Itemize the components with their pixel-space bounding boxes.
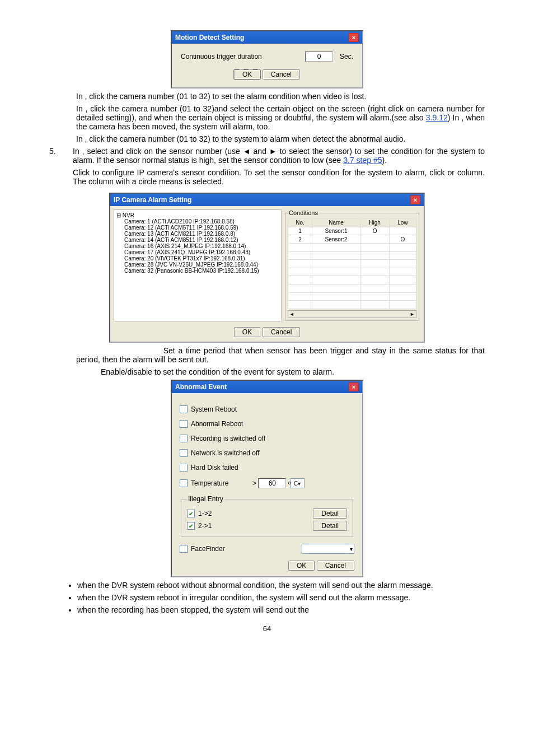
checkbox-temperature[interactable] xyxy=(180,479,188,487)
bullet-recording-off: when the recording has been stopped, the… xyxy=(77,605,485,614)
tree-item[interactable]: Camera: 20 (VIVOTEK PT31x7 IP:192.168.0.… xyxy=(124,255,279,262)
detail-button[interactable]: Detail xyxy=(313,508,347,519)
para-trigger-duration: Set a time period that when sensor has b… xyxy=(76,346,485,364)
para-video-lost: In , click the camera number (01 to 32) … xyxy=(76,92,485,101)
tree-item[interactable]: Camera: 32 (Panasonic BB-HCM403 IP:192.1… xyxy=(124,268,279,274)
label-recording-off: Recording is switched off xyxy=(191,435,265,442)
label-hdd-fail: Hard Disk failed xyxy=(191,464,238,472)
cancel-button[interactable]: Cancel xyxy=(263,69,300,80)
label-temperature: Temperature xyxy=(191,479,252,487)
tree-item[interactable]: Camera: 16 (AXIS 214_MJPEG IP:192.168.0.… xyxy=(124,243,279,249)
para-abnormal-event: Enable/disable to set the condition of t… xyxy=(101,367,485,376)
para-audio-detect: In , click the camera number (01 to 32) … xyxy=(76,134,485,143)
tree-item[interactable]: Camera: 14 (ACTi ACM8511 IP:192.168.0.12… xyxy=(124,237,279,243)
facefinder-select[interactable]: ▾ xyxy=(302,544,354,554)
checkbox-network-off[interactable] xyxy=(180,449,188,457)
tree-item[interactable]: Camera: 12 (ACTi ACM5711 IP:192.168.0.59… xyxy=(124,225,279,231)
link-3-9-12[interactable]: 3.9.12 xyxy=(426,113,448,122)
para-sensor: In , select and click on the sensor numb… xyxy=(73,147,485,165)
dialog-title: IP Camera Alarm Setting xyxy=(114,196,191,204)
label-abnormal-reboot: Abnormal Reboot xyxy=(191,420,243,428)
horizontal-scrollbar[interactable]: ◄► xyxy=(288,310,416,318)
unit-label: Sec. xyxy=(340,53,353,60)
temperature-unit-select[interactable]: C▾ xyxy=(290,478,305,488)
illegal-entry-group: Illegal Entry ✔ 1->2 Detail ✔ 2->1 Detai… xyxy=(181,495,353,537)
bullet-abnormal-reboot: when the DVR system reboot in irregular … xyxy=(77,593,485,602)
checkbox-hdd-fail[interactable] xyxy=(180,464,188,472)
close-icon[interactable]: × xyxy=(410,195,420,204)
dialog-title: Abnormal Event xyxy=(175,383,227,391)
conditions-group: Conditions No.NameHighLow 1Sensor:1O 2Se… xyxy=(285,209,419,321)
motion-detect-dialog: Motion Detect Setting × Continuous trigg… xyxy=(171,30,363,88)
checkbox-abnormal-reboot[interactable] xyxy=(180,420,188,428)
list-number-5: 5. xyxy=(49,147,59,189)
para-missing-suspicious: In , click the camera number (01 to 32)a… xyxy=(76,104,485,131)
checkbox-2-1[interactable]: ✔ xyxy=(187,522,195,530)
titlebar: IP Camera Alarm Setting × xyxy=(110,194,424,206)
checkbox-1-2[interactable]: ✔ xyxy=(187,510,195,517)
conditions-legend: Conditions xyxy=(288,209,319,216)
tree-item[interactable]: Camera: 28 (JVC VN-V25U_MJPEG IP:192.168… xyxy=(124,262,279,268)
close-icon[interactable]: × xyxy=(349,382,359,391)
tree-item[interactable]: Camera: 17 (AXIS 241Q_MJPEG IP:192.168.0… xyxy=(124,249,279,255)
table-row: 1Sensor:1O xyxy=(288,227,416,235)
detail-button[interactable]: Detail xyxy=(313,521,347,531)
titlebar: Abnormal Event × xyxy=(172,381,362,393)
table-row: 2Sensor:2O xyxy=(288,235,416,244)
checkbox-recording-off[interactable] xyxy=(180,435,188,442)
gt-symbol: > xyxy=(252,479,256,487)
checkbox-facefinder[interactable] xyxy=(180,545,188,553)
ip-camera-alarm-dialog: IP Camera Alarm Setting × ⊟ NVR Camera: … xyxy=(109,193,425,343)
close-icon[interactable]: × xyxy=(349,33,359,42)
duration-input[interactable] xyxy=(305,52,333,62)
abnormal-event-dialog: Abnormal Event × System Reboot Abnormal … xyxy=(171,380,363,577)
checkbox-system-reboot[interactable] xyxy=(180,405,188,413)
conditions-table[interactable]: No.NameHighLow 1Sensor:1O 2Sensor:2O xyxy=(288,218,416,309)
cancel-button[interactable]: Cancel xyxy=(263,327,300,337)
label-2-1: 2->1 xyxy=(198,522,313,530)
duration-label: Continuous trigger duration xyxy=(181,53,262,60)
camera-tree[interactable]: ⊟ NVR Camera: 1 (ACTi ACD2100 IP:192.168… xyxy=(114,209,282,321)
ok-button[interactable]: OK xyxy=(234,327,260,337)
label-1-2: 1->2 xyxy=(198,510,313,517)
titlebar: Motion Detect Setting × xyxy=(172,31,362,44)
tree-item[interactable]: Camera: 13 (ACTi ACM8211 IP:192.168.0.8) xyxy=(124,231,279,237)
cancel-button[interactable]: Cancel xyxy=(317,561,354,571)
link-3-7-step-5[interactable]: 3.7 step #5 xyxy=(343,156,382,165)
label-network-off: Network is switched off xyxy=(191,449,260,457)
temperature-input[interactable] xyxy=(258,478,286,488)
label-facefinder: FaceFinder xyxy=(191,545,302,553)
ok-button[interactable]: OK xyxy=(288,561,315,571)
ok-button[interactable]: OK xyxy=(234,69,260,80)
label-system-reboot: System Reboot xyxy=(191,405,237,413)
para-ip-sensor: Click to configure IP camera's sensor co… xyxy=(73,168,485,186)
dialog-title: Motion Detect Setting xyxy=(175,34,244,41)
page-number: 64 xyxy=(49,624,485,633)
bullet-system-reboot: when the DVR system reboot without abnor… xyxy=(77,581,485,590)
tree-item[interactable]: Camera: 1 (ACTi ACD2100 IP:192.168.0.58) xyxy=(124,218,279,225)
illegal-entry-legend: Illegal Entry xyxy=(187,495,224,503)
